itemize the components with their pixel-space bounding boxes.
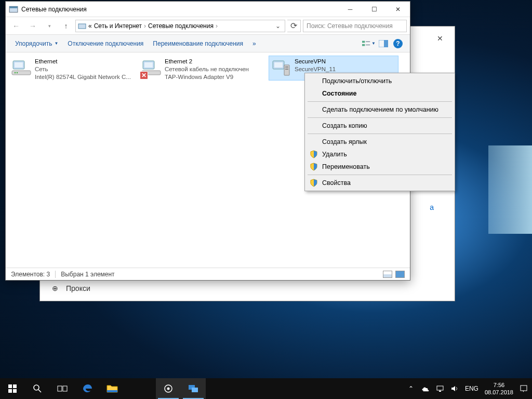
taskbar-file-explorer[interactable] xyxy=(100,378,125,399)
svg-rect-28 xyxy=(58,386,62,391)
view-details-button[interactable] xyxy=(383,271,392,278)
tray-clock[interactable]: 7:56 08.07.2018 xyxy=(485,381,513,396)
nav-recent-button[interactable]: ▾ xyxy=(42,20,57,32)
tray-language[interactable]: ENG xyxy=(465,385,478,392)
svg-rect-30 xyxy=(107,390,117,392)
separator xyxy=(308,101,452,102)
svg-rect-37 xyxy=(521,385,527,391)
separator xyxy=(308,117,452,118)
separator xyxy=(308,134,452,134)
nav-up-button[interactable]: ↑ xyxy=(59,20,73,32)
connection-device: TAP-Windows Adapter V9 xyxy=(165,73,249,81)
nav-back-button[interactable]: ← xyxy=(9,20,23,32)
view-options-button[interactable]: ▼ xyxy=(362,37,376,50)
connection-name: Ethernet xyxy=(35,58,131,65)
svg-point-32 xyxy=(167,388,170,390)
ctx-rename[interactable]: Переименовать xyxy=(307,161,453,173)
close-button[interactable]: ✕ xyxy=(386,2,410,17)
minimize-button[interactable]: ─ xyxy=(338,2,362,17)
nav-forward-button[interactable]: → xyxy=(25,20,40,32)
refresh-button[interactable]: ⟳ xyxy=(287,20,301,32)
ctx-properties[interactable]: Свойства xyxy=(307,177,453,189)
svg-point-12 xyxy=(15,72,16,73)
svg-rect-8 xyxy=(384,40,388,47)
taskbar-network-connections[interactable] xyxy=(181,378,206,399)
svg-rect-5 xyxy=(366,41,370,42)
search-button[interactable] xyxy=(25,378,50,399)
connection-device: Intel(R) 82574L Gigabit Network C... xyxy=(35,73,131,81)
search-input[interactable]: Поиск: Сетевые подключения xyxy=(303,20,407,32)
taskview-icon xyxy=(57,384,68,393)
help-button[interactable]: ? xyxy=(391,37,405,50)
connection-item-ethernet[interactable]: Ethernet Сеть Intel(R) 82574L Gigabit Ne… xyxy=(9,56,139,83)
preview-pane-button[interactable] xyxy=(377,37,390,50)
shield-icon xyxy=(310,179,318,187)
selection-count: Выбран 1 элемент xyxy=(61,271,114,278)
titlebar[interactable]: Сетевые подключения ─ ☐ ✕ xyxy=(6,2,410,17)
svg-rect-24 xyxy=(8,389,12,393)
settings-item-proxy[interactable]: ⊕ Прокси xyxy=(40,281,165,296)
breadcrumb-item[interactable]: Сеть и Интернет xyxy=(94,22,142,30)
toolbar-organize[interactable]: Упорядочить▼ xyxy=(11,38,62,49)
toolbar: Упорядочить▼ Отключение подключения Пере… xyxy=(6,35,410,52)
toolbar-disable-connection[interactable]: Отключение подключения xyxy=(63,38,148,49)
globe-icon: ⊕ xyxy=(50,284,60,292)
chevron-right-icon: › xyxy=(216,22,218,30)
svg-rect-3 xyxy=(362,41,365,43)
start-button[interactable] xyxy=(0,378,25,399)
toolbar-overflow[interactable]: » xyxy=(248,38,260,49)
chevron-right-icon: › xyxy=(144,22,146,30)
toolbar-rename-connection[interactable]: Переименование подключения xyxy=(149,38,247,49)
network-icon xyxy=(188,384,199,393)
status-bar: Элементов: 3 Выбран 1 элемент xyxy=(6,268,410,280)
connection-item-ethernet2[interactable]: ✕ Ethernet 2 Сетевой кабель не подключен… xyxy=(139,56,269,83)
svg-rect-2 xyxy=(78,24,86,29)
svg-rect-36 xyxy=(439,391,441,392)
maximize-button[interactable]: ☐ xyxy=(362,2,386,17)
windows-icon xyxy=(8,384,17,393)
ctx-status[interactable]: Состояние xyxy=(307,87,453,100)
svg-rect-21 xyxy=(285,69,288,70)
ctx-create-copy[interactable]: Создать копию xyxy=(307,119,453,132)
taskbar[interactable]: ⌃ ENG 7:56 08.07.2018 xyxy=(0,378,532,399)
taskbar-settings[interactable] xyxy=(156,378,181,399)
tray-chevron-up-icon[interactable]: ⌃ xyxy=(407,384,415,393)
breadcrumb-item[interactable]: Сетевые подключения xyxy=(148,22,214,30)
tray-onedrive-icon[interactable] xyxy=(421,384,430,393)
address-bar[interactable]: « Сеть и Интернет › Сетевые подключения … xyxy=(75,20,285,32)
connection-status: Сеть xyxy=(35,65,131,73)
shield-icon xyxy=(310,150,318,158)
window-title: Сетевые подключения xyxy=(21,6,338,13)
taskbar-edge[interactable] xyxy=(75,378,100,399)
separator xyxy=(308,175,452,175)
tray-notifications-icon[interactable] xyxy=(520,384,528,393)
task-view-button[interactable] xyxy=(50,378,75,399)
chevron-down-icon: ▼ xyxy=(54,41,58,46)
ctx-create-shortcut[interactable]: Создать ярлык xyxy=(307,136,453,148)
svg-rect-18 xyxy=(274,62,283,68)
tray-volume-icon[interactable] xyxy=(450,384,459,393)
shield-icon xyxy=(310,163,318,171)
folder-icon xyxy=(107,384,118,393)
svg-rect-34 xyxy=(192,388,198,392)
window-icon xyxy=(9,5,18,14)
settings-link[interactable]: а xyxy=(430,203,434,211)
network-adapter-icon xyxy=(271,58,291,78)
settings-close-button[interactable]: ✕ xyxy=(430,31,450,46)
tray-network-icon[interactable] xyxy=(436,384,444,393)
settings-item-label: Прокси xyxy=(66,284,90,292)
svg-rect-22 xyxy=(8,384,12,388)
ctx-set-default[interactable]: Сделать подключением по умолчанию xyxy=(307,103,453,116)
connection-status: SecureVPN_11 xyxy=(295,65,336,73)
connection-name: SecureVPN xyxy=(295,58,336,65)
svg-rect-6 xyxy=(366,44,370,45)
svg-rect-25 xyxy=(13,389,17,393)
ctx-delete[interactable]: Удалить xyxy=(307,148,453,161)
address-dropdown-button[interactable]: ⌄ xyxy=(273,22,283,30)
edge-icon xyxy=(82,383,93,394)
help-icon: ? xyxy=(393,39,403,48)
svg-rect-20 xyxy=(285,66,288,68)
ctx-connect-disconnect[interactable]: Подключить/отключить xyxy=(307,75,453,87)
svg-point-26 xyxy=(34,385,39,390)
view-icons-button[interactable] xyxy=(395,271,405,278)
